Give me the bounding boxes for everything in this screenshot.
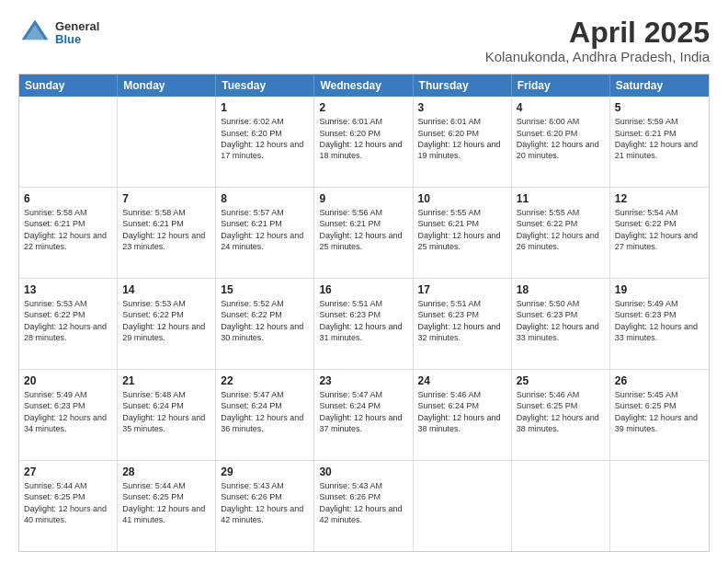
cal-cell-1: 1Sunrise: 6:02 AM Sunset: 6:20 PM Daylig…	[216, 97, 314, 187]
day-number: 8	[221, 191, 309, 206]
cell-info: Sunrise: 5:51 AM Sunset: 6:23 PM Dayligh…	[418, 298, 506, 343]
cal-cell-empty-4-4	[414, 461, 512, 551]
header: General Blue April 2025 Kolanukonda, And…	[18, 17, 710, 64]
cell-info: Sunrise: 5:44 AM Sunset: 6:25 PM Dayligh…	[122, 480, 210, 525]
cal-cell-17: 17Sunrise: 5:51 AM Sunset: 6:23 PM Dayli…	[414, 279, 512, 369]
cal-cell-21: 21Sunrise: 5:48 AM Sunset: 6:24 PM Dayli…	[118, 370, 216, 460]
cal-cell-3: 3Sunrise: 6:01 AM Sunset: 6:20 PM Daylig…	[414, 97, 512, 187]
day-number: 7	[122, 191, 210, 206]
cal-row-4: 27Sunrise: 5:44 AM Sunset: 6:25 PM Dayli…	[19, 461, 709, 551]
cell-info: Sunrise: 5:46 AM Sunset: 6:25 PM Dayligh…	[517, 389, 605, 434]
day-number: 16	[319, 282, 407, 297]
logo-icon	[18, 17, 51, 50]
cell-info: Sunrise: 5:45 AM Sunset: 6:25 PM Dayligh…	[615, 389, 704, 434]
cal-cell-22: 22Sunrise: 5:47 AM Sunset: 6:24 PM Dayli…	[216, 370, 314, 460]
cal-cell-18: 18Sunrise: 5:50 AM Sunset: 6:23 PM Dayli…	[512, 279, 610, 369]
cal-cell-empty-0-1	[118, 97, 216, 187]
cell-info: Sunrise: 5:53 AM Sunset: 6:22 PM Dayligh…	[24, 298, 112, 343]
day-number: 30	[319, 465, 407, 479]
day-number: 29	[221, 465, 309, 479]
day-header-saturday: Saturday	[610, 75, 709, 97]
day-number: 12	[615, 191, 704, 206]
day-number: 9	[319, 191, 407, 206]
cell-info: Sunrise: 5:48 AM Sunset: 6:24 PM Dayligh…	[122, 389, 210, 434]
day-header-thursday: Thursday	[414, 75, 512, 97]
day-number: 17	[418, 282, 506, 297]
cal-cell-empty-4-5	[512, 461, 610, 551]
cal-cell-empty-0-0	[19, 97, 118, 187]
cal-cell-16: 16Sunrise: 5:51 AM Sunset: 6:23 PM Dayli…	[314, 279, 413, 369]
cell-info: Sunrise: 5:43 AM Sunset: 6:26 PM Dayligh…	[221, 480, 309, 525]
cell-info: Sunrise: 5:58 AM Sunset: 6:21 PM Dayligh…	[24, 207, 112, 252]
cal-cell-5: 5Sunrise: 5:59 AM Sunset: 6:21 PM Daylig…	[610, 97, 709, 187]
cell-info: Sunrise: 5:59 AM Sunset: 6:21 PM Dayligh…	[615, 116, 704, 161]
cell-info: Sunrise: 6:01 AM Sunset: 6:20 PM Dayligh…	[319, 116, 407, 161]
cell-info: Sunrise: 5:53 AM Sunset: 6:22 PM Dayligh…	[122, 298, 210, 343]
day-header-tuesday: Tuesday	[216, 75, 314, 97]
cell-info: Sunrise: 5:52 AM Sunset: 6:22 PM Dayligh…	[221, 298, 309, 343]
cal-cell-23: 23Sunrise: 5:47 AM Sunset: 6:24 PM Dayli…	[314, 370, 413, 460]
day-number: 26	[615, 373, 704, 388]
day-number: 15	[221, 282, 309, 297]
cal-row-3: 20Sunrise: 5:49 AM Sunset: 6:23 PM Dayli…	[19, 370, 709, 461]
cell-info: Sunrise: 5:44 AM Sunset: 6:25 PM Dayligh…	[24, 480, 112, 525]
cal-cell-empty-4-6	[610, 461, 709, 551]
day-number: 27	[24, 465, 112, 479]
cell-info: Sunrise: 5:55 AM Sunset: 6:21 PM Dayligh…	[418, 207, 506, 252]
day-number: 23	[319, 373, 407, 388]
cal-cell-24: 24Sunrise: 5:46 AM Sunset: 6:24 PM Dayli…	[414, 370, 512, 460]
title-section: April 2025 Kolanukonda, Andhra Pradesh, …	[485, 17, 710, 64]
cell-info: Sunrise: 5:56 AM Sunset: 6:21 PM Dayligh…	[319, 207, 407, 252]
cell-info: Sunrise: 5:43 AM Sunset: 6:26 PM Dayligh…	[319, 480, 407, 525]
cal-cell-30: 30Sunrise: 5:43 AM Sunset: 6:26 PM Dayli…	[314, 461, 413, 551]
logo-blue: Blue	[55, 33, 99, 46]
cal-cell-27: 27Sunrise: 5:44 AM Sunset: 6:25 PM Dayli…	[19, 461, 118, 551]
day-number: 3	[418, 100, 506, 115]
calendar-body: 1Sunrise: 6:02 AM Sunset: 6:20 PM Daylig…	[19, 97, 709, 551]
cal-cell-20: 20Sunrise: 5:49 AM Sunset: 6:23 PM Dayli…	[19, 370, 118, 460]
day-number: 5	[615, 100, 704, 115]
cal-cell-10: 10Sunrise: 5:55 AM Sunset: 6:21 PM Dayli…	[414, 188, 512, 278]
cell-info: Sunrise: 5:49 AM Sunset: 6:23 PM Dayligh…	[24, 389, 112, 434]
day-number: 18	[517, 282, 605, 297]
calendar-header: SundayMondayTuesdayWednesdayThursdayFrid…	[19, 75, 709, 97]
cell-info: Sunrise: 5:50 AM Sunset: 6:23 PM Dayligh…	[517, 298, 605, 343]
cell-info: Sunrise: 5:49 AM Sunset: 6:23 PM Dayligh…	[615, 298, 704, 343]
cal-cell-6: 6Sunrise: 5:58 AM Sunset: 6:21 PM Daylig…	[19, 188, 118, 278]
cal-row-0: 1Sunrise: 6:02 AM Sunset: 6:20 PM Daylig…	[19, 97, 709, 188]
cal-cell-8: 8Sunrise: 5:57 AM Sunset: 6:21 PM Daylig…	[216, 188, 314, 278]
cal-cell-14: 14Sunrise: 5:53 AM Sunset: 6:22 PM Dayli…	[118, 279, 216, 369]
day-number: 1	[221, 100, 309, 115]
cell-info: Sunrise: 5:58 AM Sunset: 6:21 PM Dayligh…	[122, 207, 210, 252]
cal-cell-28: 28Sunrise: 5:44 AM Sunset: 6:25 PM Dayli…	[118, 461, 216, 551]
cal-cell-25: 25Sunrise: 5:46 AM Sunset: 6:25 PM Dayli…	[512, 370, 610, 460]
day-number: 19	[615, 282, 704, 297]
cell-info: Sunrise: 6:02 AM Sunset: 6:20 PM Dayligh…	[221, 116, 309, 161]
logo: General Blue	[18, 17, 99, 50]
day-number: 28	[122, 465, 210, 479]
cell-info: Sunrise: 6:01 AM Sunset: 6:20 PM Dayligh…	[418, 116, 506, 161]
cal-cell-12: 12Sunrise: 5:54 AM Sunset: 6:22 PM Dayli…	[610, 188, 709, 278]
cell-info: Sunrise: 5:47 AM Sunset: 6:24 PM Dayligh…	[319, 389, 407, 434]
cal-cell-26: 26Sunrise: 5:45 AM Sunset: 6:25 PM Dayli…	[610, 370, 709, 460]
cell-info: Sunrise: 5:47 AM Sunset: 6:24 PM Dayligh…	[221, 389, 309, 434]
cal-row-2: 13Sunrise: 5:53 AM Sunset: 6:22 PM Dayli…	[19, 279, 709, 370]
day-number: 11	[517, 191, 605, 206]
day-header-sunday: Sunday	[19, 75, 118, 97]
cell-info: Sunrise: 5:54 AM Sunset: 6:22 PM Dayligh…	[615, 207, 704, 252]
cal-cell-7: 7Sunrise: 5:58 AM Sunset: 6:21 PM Daylig…	[118, 188, 216, 278]
day-header-friday: Friday	[512, 75, 610, 97]
cal-cell-4: 4Sunrise: 6:00 AM Sunset: 6:20 PM Daylig…	[512, 97, 610, 187]
day-number: 25	[517, 373, 605, 388]
calendar-title: April 2025	[485, 17, 710, 49]
cell-info: Sunrise: 5:46 AM Sunset: 6:24 PM Dayligh…	[418, 389, 506, 434]
logo-general: General	[55, 20, 99, 33]
calendar: SundayMondayTuesdayWednesdayThursdayFrid…	[18, 74, 710, 552]
day-number: 24	[418, 373, 506, 388]
cell-info: Sunrise: 5:51 AM Sunset: 6:23 PM Dayligh…	[319, 298, 407, 343]
cal-cell-19: 19Sunrise: 5:49 AM Sunset: 6:23 PM Dayli…	[610, 279, 709, 369]
cal-cell-11: 11Sunrise: 5:55 AM Sunset: 6:22 PM Dayli…	[512, 188, 610, 278]
cell-info: Sunrise: 5:57 AM Sunset: 6:21 PM Dayligh…	[221, 207, 309, 252]
logo-text: General Blue	[55, 20, 99, 47]
cell-info: Sunrise: 6:00 AM Sunset: 6:20 PM Dayligh…	[517, 116, 605, 161]
